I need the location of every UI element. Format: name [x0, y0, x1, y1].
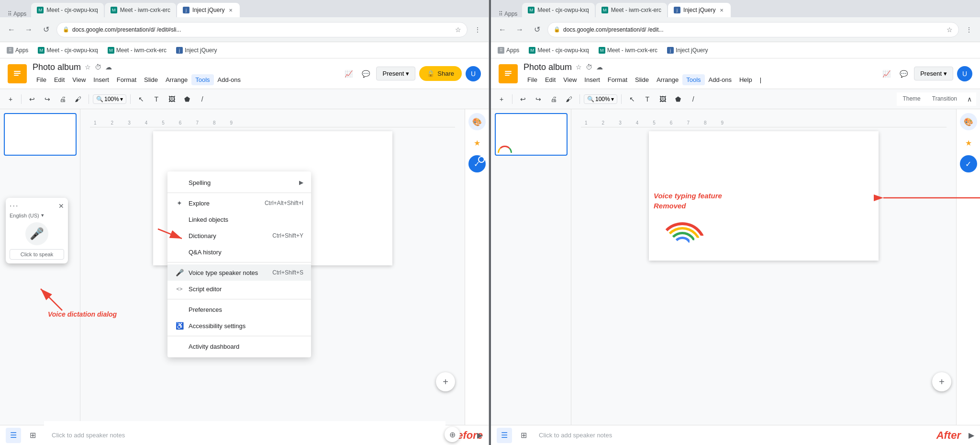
menu-addons-left[interactable]: Add-ons — [214, 74, 245, 85]
expand-btn-right[interactable]: ▶ — [969, 431, 974, 440]
back-button-right[interactable]: ← — [496, 23, 509, 36]
menu-arrange-right[interactable]: Arrange — [653, 74, 682, 85]
expand-btn-left[interactable]: ▶ — [477, 431, 483, 440]
cloud-icon-right[interactable]: ☁ — [596, 63, 603, 71]
menu-help-right[interactable]: Help — [735, 74, 756, 85]
undo-btn-right[interactable]: ↩ — [516, 92, 530, 106]
present-btn-right[interactable]: Present ▾ — [914, 67, 953, 80]
history-icon-left[interactable]: ⏱ — [95, 63, 101, 71]
forward-button-right[interactable]: → — [513, 23, 526, 36]
share-btn-left[interactable]: 🔒 Share — [419, 66, 462, 81]
redo-btn-left[interactable]: ↪ — [41, 92, 54, 106]
reload-button-right[interactable]: ↺ — [530, 23, 544, 36]
tab-meet2-left[interactable]: M Meet - iwm-cxrk-erc — [105, 3, 176, 17]
history-icon-right[interactable]: ⏱ — [586, 63, 592, 71]
menu-format-left[interactable]: Format — [113, 74, 140, 85]
print-btn-left[interactable]: 🖨 — [56, 92, 69, 106]
star-sidebar-icon-left[interactable]: ★ — [468, 134, 486, 151]
right-apps-button[interactable]: ⠿ Apps — [495, 11, 521, 17]
menu-view-right[interactable]: View — [559, 74, 580, 85]
close-panel-btn-right[interactable]: ∧ — [963, 92, 976, 106]
bookmark-meet1-left[interactable]: M Meet - cjx-owpu-kxq — [35, 46, 100, 55]
menu-slide-left[interactable]: Slide — [140, 74, 162, 85]
trending-btn-left[interactable]: 📈 — [342, 67, 355, 80]
add-slide-btn-right[interactable]: + — [932, 372, 951, 391]
left-apps-button[interactable]: ⠿ Apps — [4, 11, 30, 17]
back-button-left[interactable]: ← — [5, 23, 18, 36]
menu-file-left[interactable]: File — [33, 74, 50, 85]
undo-btn-left[interactable]: ↩ — [25, 92, 39, 106]
tab-meet1-left[interactable]: M Meet - cjx-owpu-kxq — [31, 3, 103, 17]
bookmark-meet2-left[interactable]: M Meet - iwm-cxrk-erc — [105, 46, 169, 55]
reload-button-left[interactable]: ↺ — [39, 23, 53, 36]
redo-btn-right[interactable]: ↪ — [532, 92, 545, 106]
voice-speak-label-left[interactable]: Click to speak — [10, 249, 64, 260]
cursor-btn-right[interactable]: ↖ — [625, 92, 639, 106]
menu-qa-left[interactable]: Q&A history — [167, 244, 311, 260]
menu-slide-right[interactable]: Slide — [631, 74, 653, 85]
grid-view-btn-right[interactable]: ☰ — [497, 428, 512, 443]
tab-meet1-right[interactable]: M Meet - cjx-owpu-kxq — [522, 3, 594, 17]
tab-jquery-left[interactable]: j Inject jQuery ✕ — [177, 3, 240, 17]
menu-insert-right[interactable]: Insert — [580, 74, 604, 85]
comment-btn-left[interactable]: 💬 — [359, 67, 372, 80]
textbox-btn-right[interactable]: T — [641, 92, 654, 106]
grid-view-btn-left[interactable]: ☰ — [6, 428, 21, 443]
star-title-icon-right[interactable]: ☆ — [576, 63, 582, 71]
star-title-icon-left[interactable]: ☆ — [85, 63, 91, 71]
line-btn-left[interactable]: / — [196, 92, 209, 106]
forward-button-left[interactable]: → — [22, 23, 35, 36]
menu-tools-left[interactable]: Tools — [191, 74, 213, 85]
chrome-menu-left[interactable]: ⋮ — [471, 23, 484, 36]
voice-lang-arrow-left[interactable]: ▾ — [41, 212, 44, 218]
add-btn-left[interactable]: + — [4, 92, 17, 106]
menu-spelling-left[interactable]: Spelling ▶ — [167, 174, 311, 191]
cloud-icon-left[interactable]: ☁ — [105, 63, 112, 71]
slide-canvas-right[interactable] — [649, 131, 879, 261]
bookmark-apps-right[interactable]: ⠿ Apps — [495, 46, 522, 55]
star-sidebar-icon-right[interactable]: ★ — [960, 134, 977, 151]
print-btn-right[interactable]: 🖨 — [547, 92, 560, 106]
bookmark-jquery-left[interactable]: j Inject jQuery — [173, 46, 220, 55]
menu-format-right[interactable]: Format — [604, 74, 631, 85]
cursor-btn-left[interactable]: ↖ — [134, 92, 148, 106]
menu-tools-right[interactable]: Tools — [682, 74, 704, 85]
theme-icon-left[interactable]: 🎨 — [468, 113, 486, 130]
zoom-fab-left[interactable]: ⊕ — [445, 427, 460, 442]
menu-addons-right[interactable]: Add-ons — [705, 74, 735, 85]
menu-explore-left[interactable]: ✦ Explore Ctrl+Alt+Shift+I — [167, 195, 311, 211]
menu-view-left[interactable]: View — [68, 74, 89, 85]
textbox-btn-left[interactable]: T — [150, 92, 163, 106]
trending-btn-right[interactable]: 📈 — [880, 67, 893, 80]
bookmark-jquery-right[interactable]: j Inject jQuery — [664, 46, 711, 55]
address-bar-left[interactable]: 🔒 docs.google.com/presentation/d/ /edit#… — [56, 22, 468, 37]
image-btn-left[interactable]: 🖼 — [165, 92, 178, 106]
menu-file-right[interactable]: File — [523, 74, 541, 85]
menu-linked-left[interactable]: Linked objects — [167, 211, 311, 228]
menu-prefs-left[interactable]: Preferences — [167, 301, 311, 318]
menu-arrange-left[interactable]: Arrange — [162, 74, 191, 85]
tab-close-right[interactable]: ✕ — [718, 7, 725, 13]
voice-close-btn-left[interactable]: ✕ — [58, 202, 64, 210]
speaker-notes-left[interactable]: Click to add speaker notes — [44, 421, 445, 445]
line-btn-right[interactable]: / — [687, 92, 700, 106]
shapes-btn-right[interactable]: ⬟ — [671, 92, 685, 106]
bookmark-apps-left[interactable]: ⠿ Apps — [4, 46, 31, 55]
list-view-btn-left[interactable]: ⊞ — [25, 428, 40, 443]
speaker-notes-right[interactable]: Click to add speaker notes — [535, 432, 933, 439]
bookmark-meet1-right[interactable]: M Meet - cjx-owpu-kxq — [526, 46, 591, 55]
menu-access-left[interactable]: ♿ Accessibility settings — [167, 318, 311, 334]
theme-icon-right[interactable]: 🎨 — [960, 113, 977, 130]
menu-insert-left[interactable]: Insert — [89, 74, 113, 85]
menu-voice-left[interactable]: 🎤 Voice type speaker notes Ctrl+Shift+S — [167, 264, 311, 281]
slide-thumb-left[interactable]: 1 — [4, 113, 77, 156]
menu-edit-right[interactable]: Edit — [541, 74, 559, 85]
bookmark-meet2-right[interactable]: M Meet - iwm-cxrk-erc — [596, 46, 660, 55]
menu-edit-left[interactable]: Edit — [50, 74, 68, 85]
add-btn-right[interactable]: + — [495, 92, 508, 106]
menu-script-left[interactable]: <> Script editor — [167, 281, 311, 297]
check-sidebar-icon-right[interactable]: ✓ — [960, 155, 977, 172]
tab-transition-right[interactable]: Transition — [926, 92, 963, 106]
zoom-control-left[interactable]: 🔍 100% ▾ — [93, 94, 126, 104]
slide-thumb-right[interactable]: 1 — [495, 113, 568, 156]
